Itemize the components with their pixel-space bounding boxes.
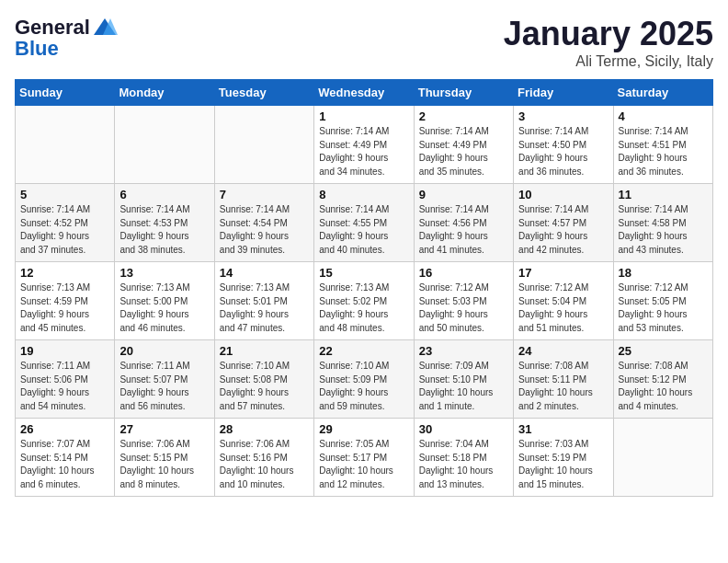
calendar-cell (214, 106, 313, 184)
logo-blue: Blue (15, 37, 59, 61)
day-info: Sunrise: 7:10 AM Sunset: 5:08 PM Dayligh… (220, 360, 309, 413)
header-saturday: Saturday (613, 80, 712, 106)
day-number: 23 (419, 344, 508, 358)
day-info: Sunrise: 7:06 AM Sunset: 5:16 PM Dayligh… (220, 438, 309, 491)
day-number: 14 (220, 266, 309, 280)
title-block: January 2025 Ali Terme, Sicily, Italy (504, 15, 713, 70)
day-info: Sunrise: 7:03 AM Sunset: 5:19 PM Dayligh… (518, 438, 608, 491)
day-info: Sunrise: 7:14 AM Sunset: 4:53 PM Dayligh… (119, 203, 209, 257)
day-number: 15 (319, 266, 408, 280)
day-number: 11 (619, 188, 708, 201)
day-number: 29 (319, 422, 408, 436)
day-number: 9 (419, 188, 508, 201)
header-thursday: Thursday (414, 80, 513, 106)
day-info: Sunrise: 7:05 AM Sunset: 5:17 PM Dayligh… (319, 438, 408, 491)
calendar-cell: 3Sunrise: 7:14 AM Sunset: 4:50 PM Daylig… (514, 106, 613, 184)
day-info: Sunrise: 7:11 AM Sunset: 5:07 PM Dayligh… (119, 360, 209, 413)
calendar-cell: 25Sunrise: 7:08 AM Sunset: 5:12 PM Dayli… (613, 340, 712, 419)
calendar-cell: 27Sunrise: 7:06 AM Sunset: 5:15 PM Dayli… (115, 419, 214, 497)
day-number: 12 (20, 266, 109, 280)
day-info: Sunrise: 7:13 AM Sunset: 5:01 PM Dayligh… (220, 282, 309, 335)
calendar-cell (16, 106, 115, 184)
calendar-cell: 14Sunrise: 7:13 AM Sunset: 5:01 PM Dayli… (214, 262, 313, 340)
logo-icon (92, 15, 118, 40)
calendar-cell: 9Sunrise: 7:14 AM Sunset: 4:56 PM Daylig… (414, 184, 513, 262)
calendar-cell: 8Sunrise: 7:14 AM Sunset: 4:55 PM Daylig… (314, 184, 414, 262)
day-number: 20 (119, 344, 209, 358)
day-number: 21 (220, 344, 309, 358)
day-number: 5 (20, 188, 109, 201)
day-number: 7 (220, 188, 309, 201)
day-info: Sunrise: 7:13 AM Sunset: 4:59 PM Dayligh… (20, 282, 109, 335)
day-info: Sunrise: 7:14 AM Sunset: 4:54 PM Dayligh… (220, 203, 309, 257)
calendar-header: SundayMondayTuesdayWednesdayThursdayFrid… (16, 80, 713, 106)
calendar-cell: 31Sunrise: 7:03 AM Sunset: 5:19 PM Dayli… (514, 419, 613, 497)
calendar-cell: 10Sunrise: 7:14 AM Sunset: 4:57 PM Dayli… (514, 184, 613, 262)
day-info: Sunrise: 7:12 AM Sunset: 5:04 PM Dayligh… (518, 282, 608, 335)
day-info: Sunrise: 7:12 AM Sunset: 5:03 PM Dayligh… (419, 282, 508, 335)
calendar-cell: 7Sunrise: 7:14 AM Sunset: 4:54 PM Daylig… (214, 184, 313, 262)
header-monday: Monday (115, 80, 214, 106)
calendar-cell: 28Sunrise: 7:06 AM Sunset: 5:16 PM Dayli… (214, 419, 313, 497)
day-number: 22 (319, 344, 408, 358)
day-info: Sunrise: 7:14 AM Sunset: 4:49 PM Dayligh… (419, 125, 508, 178)
calendar-cell: 24Sunrise: 7:08 AM Sunset: 5:11 PM Dayli… (514, 340, 613, 419)
day-info: Sunrise: 7:13 AM Sunset: 5:02 PM Dayligh… (319, 282, 408, 335)
calendar-cell: 2Sunrise: 7:14 AM Sunset: 4:49 PM Daylig… (414, 106, 513, 184)
day-number: 31 (518, 422, 608, 436)
calendar-cell (613, 419, 712, 497)
calendar-cell: 26Sunrise: 7:07 AM Sunset: 5:14 PM Dayli… (16, 419, 115, 497)
header-wednesday: Wednesday (314, 80, 414, 106)
header-sunday: Sunday (16, 80, 115, 106)
day-number: 2 (419, 109, 508, 123)
day-number: 3 (518, 109, 608, 123)
calendar-cell (115, 106, 214, 184)
day-info: Sunrise: 7:12 AM Sunset: 5:05 PM Dayligh… (619, 282, 708, 335)
day-number: 10 (518, 188, 608, 201)
day-info: Sunrise: 7:09 AM Sunset: 5:10 PM Dayligh… (419, 360, 508, 413)
calendar-cell: 19Sunrise: 7:11 AM Sunset: 5:06 PM Dayli… (16, 340, 115, 419)
day-number: 16 (419, 266, 508, 280)
day-number: 13 (119, 266, 209, 280)
day-number: 19 (20, 344, 109, 358)
calendar-table: SundayMondayTuesdayWednesdayThursdayFrid… (15, 79, 713, 497)
calendar-cell: 4Sunrise: 7:14 AM Sunset: 4:51 PM Daylig… (613, 106, 712, 184)
calendar-week-4: 19Sunrise: 7:11 AM Sunset: 5:06 PM Dayli… (16, 340, 713, 419)
day-info: Sunrise: 7:14 AM Sunset: 4:52 PM Dayligh… (20, 203, 109, 257)
day-number: 6 (119, 188, 209, 201)
calendar-cell: 20Sunrise: 7:11 AM Sunset: 5:07 PM Dayli… (115, 340, 214, 419)
day-info: Sunrise: 7:07 AM Sunset: 5:14 PM Dayligh… (20, 438, 109, 491)
day-info: Sunrise: 7:14 AM Sunset: 4:58 PM Dayligh… (619, 203, 708, 257)
calendar-cell: 29Sunrise: 7:05 AM Sunset: 5:17 PM Dayli… (314, 419, 414, 497)
day-info: Sunrise: 7:11 AM Sunset: 5:06 PM Dayligh… (20, 360, 109, 413)
calendar-week-1: 1Sunrise: 7:14 AM Sunset: 4:49 PM Daylig… (16, 106, 713, 184)
calendar-cell: 22Sunrise: 7:10 AM Sunset: 5:09 PM Dayli… (314, 340, 414, 419)
day-info: Sunrise: 7:14 AM Sunset: 4:55 PM Dayligh… (319, 203, 408, 257)
day-number: 4 (619, 109, 708, 123)
day-info: Sunrise: 7:08 AM Sunset: 5:11 PM Dayligh… (518, 360, 608, 413)
calendar-cell: 12Sunrise: 7:13 AM Sunset: 4:59 PM Dayli… (16, 262, 115, 340)
logo: General Blue (15, 15, 118, 61)
header-tuesday: Tuesday (214, 80, 313, 106)
day-info: Sunrise: 7:14 AM Sunset: 4:57 PM Dayligh… (518, 203, 608, 257)
calendar-body: 1Sunrise: 7:14 AM Sunset: 4:49 PM Daylig… (16, 106, 713, 497)
day-number: 25 (619, 344, 708, 358)
calendar-subtitle: Ali Terme, Sicily, Italy (504, 53, 713, 70)
calendar-cell: 13Sunrise: 7:13 AM Sunset: 5:00 PM Dayli… (115, 262, 214, 340)
calendar-title: January 2025 (504, 15, 713, 53)
calendar-week-3: 12Sunrise: 7:13 AM Sunset: 4:59 PM Dayli… (16, 262, 713, 340)
day-info: Sunrise: 7:08 AM Sunset: 5:12 PM Dayligh… (619, 360, 708, 413)
day-info: Sunrise: 7:06 AM Sunset: 5:15 PM Dayligh… (119, 438, 209, 491)
calendar-cell: 30Sunrise: 7:04 AM Sunset: 5:18 PM Dayli… (414, 419, 513, 497)
day-number: 28 (220, 422, 309, 436)
calendar-cell: 21Sunrise: 7:10 AM Sunset: 5:08 PM Dayli… (214, 340, 313, 419)
calendar-cell: 1Sunrise: 7:14 AM Sunset: 4:49 PM Daylig… (314, 106, 414, 184)
day-number: 1 (319, 109, 408, 123)
calendar-cell: 6Sunrise: 7:14 AM Sunset: 4:53 PM Daylig… (115, 184, 214, 262)
calendar-week-5: 26Sunrise: 7:07 AM Sunset: 5:14 PM Dayli… (16, 419, 713, 497)
day-number: 17 (518, 266, 608, 280)
calendar-cell: 11Sunrise: 7:14 AM Sunset: 4:58 PM Dayli… (613, 184, 712, 262)
day-number: 24 (518, 344, 608, 358)
day-info: Sunrise: 7:14 AM Sunset: 4:51 PM Dayligh… (619, 125, 708, 178)
day-number: 27 (119, 422, 209, 436)
